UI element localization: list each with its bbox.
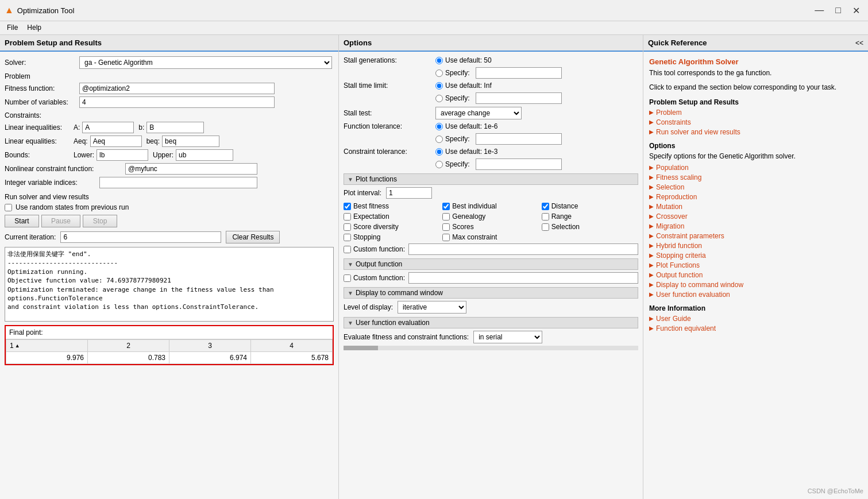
qr-link-plot-fns[interactable]: ▶ Plot Functions [649, 261, 862, 269]
con-tol-specify-radio[interactable] [435, 161, 443, 168]
qr-link-crossover[interactable]: ▶ Crossover [649, 212, 862, 221]
qr-link-problem[interactable]: ▶ Problem [649, 109, 862, 117]
solver-select[interactable]: ga - Genetic Algorithm [79, 56, 332, 69]
range-checkbox[interactable] [542, 213, 549, 221]
integer-input[interactable] [99, 177, 257, 188]
fn-tol-specify-radio[interactable] [435, 136, 443, 143]
selection-checkbox[interactable] [542, 223, 549, 231]
best-individual-label: Best individual [452, 202, 496, 210]
plot-fns-collapse-icon[interactable]: ▼ [348, 176, 353, 183]
num-vars-label: Number of variables: [5, 98, 79, 106]
best-fitness-checkbox[interactable] [344, 203, 351, 210]
plot-custom-fn-label: Custom function: [353, 245, 405, 253]
title-bar-title: Optimization Tool [17, 6, 811, 15]
qr-link-constraint-params[interactable]: ▶ Constraint parameters [649, 232, 862, 240]
stall-gen-default-radio[interactable] [435, 57, 443, 64]
lower-input[interactable] [97, 149, 148, 161]
range-label: Range [551, 212, 572, 221]
con-tol-default-radio[interactable] [435, 148, 443, 156]
stall-test-label: Stall test: [344, 109, 435, 117]
aeq-input[interactable] [90, 136, 142, 147]
qr-link-mutation[interactable]: ▶ Mutation [649, 203, 862, 211]
aeq-label: Aeq: [74, 137, 88, 145]
qr-link-fn-equivalent[interactable]: ▶ Function equivalent [649, 324, 862, 332]
qr-link-selection[interactable]: ▶ Selection [649, 183, 862, 191]
qr-link-user-fn-eval[interactable]: ▶ User function evaluation [649, 291, 862, 299]
genealogy-checkbox[interactable] [442, 213, 450, 221]
fn-tol-specify-input[interactable] [476, 133, 562, 145]
b-input[interactable] [146, 122, 204, 133]
qr-link-fitness-scaling[interactable]: ▶ Fitness scaling [649, 173, 862, 181]
plot-custom-fn-input[interactable] [408, 243, 638, 255]
upper-input[interactable] [176, 149, 233, 161]
qr-link-output-fn[interactable]: ▶ Output function [649, 271, 862, 279]
clear-results-button[interactable]: Clear Results [226, 231, 280, 243]
stopping-checkbox[interactable] [344, 234, 351, 241]
a-input[interactable] [82, 122, 134, 133]
output-box: 非法使用保留关键字 "end". -----------------------… [5, 247, 334, 322]
horizontal-scrollbar[interactable] [344, 346, 638, 350]
current-iter-input [60, 231, 221, 243]
best-individual-checkbox[interactable] [442, 203, 450, 210]
qr-link-constraints[interactable]: ▶ Constraints [649, 118, 862, 126]
qr-link-problem-label: Problem [656, 109, 682, 117]
qr-link-population[interactable]: ▶ Population [649, 164, 862, 172]
qr-link-display-cmd[interactable]: ▶ Display to command window [649, 281, 862, 289]
scores-checkbox[interactable] [442, 223, 450, 231]
stall-time-specify-input[interactable] [476, 92, 562, 104]
qr-link-user-guide[interactable]: ▶ User Guide [649, 315, 862, 323]
options-header: Options [649, 142, 862, 150]
pause-button[interactable]: Pause [41, 215, 80, 227]
stop-button[interactable]: Stop [83, 215, 117, 227]
stall-time-default-radio[interactable] [435, 82, 443, 90]
num-vars-input[interactable] [79, 96, 275, 108]
plot-custom-fn-checkbox[interactable] [344, 246, 351, 253]
stopping-label: Stopping [353, 233, 380, 241]
close-button[interactable]: ✕ [849, 4, 863, 17]
maximize-button[interactable]: □ [832, 4, 844, 17]
output-custom-fn-input[interactable] [408, 272, 638, 284]
score-diversity-checkbox[interactable] [344, 223, 351, 231]
fitness-fn-input[interactable] [79, 83, 275, 94]
display-header: Display to command window [356, 289, 443, 297]
stall-gen-specify-label: Specify: [445, 69, 470, 77]
qr-link-run-solver[interactable]: ▶ Run solver and view results [649, 128, 862, 136]
output-fn-collapse-icon[interactable]: ▼ [348, 261, 353, 268]
beq-input[interactable] [162, 136, 219, 147]
user-fn-collapse-icon[interactable]: ▼ [348, 320, 353, 326]
output-custom-fn-checkbox[interactable] [344, 274, 351, 282]
stall-test-select[interactable]: average change [435, 107, 522, 119]
level-of-display-select[interactable]: iterative [398, 301, 466, 314]
stall-gen-specify-radio[interactable] [435, 69, 443, 77]
distance-checkbox[interactable] [542, 203, 549, 210]
best-individual-option: Best individual [442, 202, 539, 210]
minimize-button[interactable]: — [811, 4, 827, 17]
best-fitness-label: Best fitness [353, 202, 389, 210]
menu-help[interactable]: Help [22, 22, 46, 33]
fn-tol-default-option: Use default: 1e-6 [435, 122, 497, 130]
qr-link-reproduction[interactable]: ▶ Reproduction [649, 193, 862, 201]
qr-link-migration[interactable]: ▶ Migration [649, 222, 862, 230]
fn-tol-default-radio[interactable] [435, 123, 443, 130]
evaluate-fns-select[interactable]: in serial [473, 331, 542, 343]
qr-link-stopping-criteria[interactable]: ▶ Stopping criteria [649, 252, 862, 260]
display-collapse-icon[interactable]: ▼ [348, 290, 353, 296]
linear-ineq-row: Linear inequalities: A: b: [5, 122, 334, 133]
collapse-button[interactable]: << [855, 39, 863, 47]
stall-gen-specify-input[interactable] [476, 67, 562, 79]
menu-file[interactable]: File [2, 22, 22, 33]
start-button[interactable]: Start [5, 215, 39, 227]
level-of-display-label: Level of display: [344, 303, 393, 311]
current-iter-label: Current iteration: [5, 233, 56, 241]
random-states-checkbox[interactable] [5, 204, 12, 211]
qr-link-hybrid-fn[interactable]: ▶ Hybrid function [649, 242, 862, 250]
con-tol-specify-input[interactable] [476, 158, 562, 170]
problem-section: Problem Fitness function: Number of vari… [5, 72, 334, 108]
nonlinear-input[interactable] [125, 163, 257, 175]
max-constraint-checkbox[interactable] [442, 234, 450, 241]
right-panel-header: Quick Reference << [643, 35, 868, 52]
plot-interval-input[interactable] [386, 187, 432, 199]
stall-time-specify-radio[interactable] [435, 95, 443, 102]
level-of-display-row: Level of display: iterative [344, 301, 638, 314]
expectation-checkbox[interactable] [344, 213, 351, 221]
